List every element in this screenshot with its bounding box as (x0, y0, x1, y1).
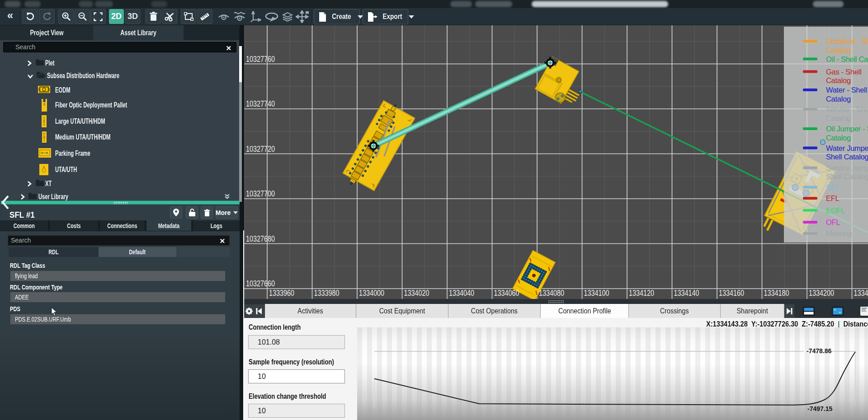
svg-text:10327680: 10327680 (246, 234, 275, 243)
svg-text:1334100: 1334100 (584, 288, 609, 298)
svg-text:EOFL: EOFL (826, 206, 845, 215)
svg-text:Catalog: Catalog (826, 114, 851, 122)
svg-text:10327740: 10327740 (246, 99, 275, 108)
svg-text:1334000: 1334000 (359, 288, 384, 298)
svg-text:1334200: 1334200 (809, 288, 834, 298)
svg-text:1334020: 1334020 (404, 288, 429, 298)
svg-text:Catalog: Catalog (826, 46, 851, 54)
svg-text:10327720: 10327720 (246, 144, 275, 154)
svg-text:1334220: 1334220 (854, 288, 868, 298)
svg-text:10327700: 10327700 (246, 189, 275, 198)
svg-text:Catalog: Catalog (826, 76, 851, 84)
svg-text:1334160: 1334160 (719, 288, 744, 298)
svg-text:Water Jumper: Water Jumper (826, 144, 868, 152)
svg-text:1334080: 1334080 (539, 288, 564, 298)
svg-text:Mooring: Mooring (826, 229, 852, 238)
svg-text:1334120: 1334120 (629, 288, 654, 298)
svg-text:1334060: 1334060 (494, 288, 519, 298)
svg-text:Oil - Shell Cata: Oil - Shell Cata (826, 55, 868, 63)
svg-text:1334040: 1334040 (449, 288, 474, 298)
svg-text:Service - Shell: Service - Shell (826, 105, 868, 113)
svg-text:Umbilical - Sh: Umbilical - Sh (826, 37, 868, 45)
svg-text:-7497.15: -7497.15 (807, 405, 832, 412)
svg-text:Shell Catalog: Shell Catalog (826, 153, 868, 161)
svg-text:Water - Shell: Water - Shell (826, 86, 867, 94)
svg-text:Catalog: Catalog (826, 134, 851, 142)
svg-text:10327660: 10327660 (246, 279, 275, 288)
svg-text:EFL: EFL (826, 194, 839, 202)
svg-text:SFL: SFL (826, 183, 839, 191)
svg-text:1334180: 1334180 (764, 288, 789, 298)
svg-text:Oil Jumper - S: Oil Jumper - S (826, 125, 868, 133)
svg-text:Catalog: Catalog (826, 95, 851, 103)
svg-text:10327760: 10327760 (246, 54, 275, 64)
svg-text:1333960: 1333960 (269, 288, 294, 298)
svg-text:1333980: 1333980 (314, 288, 340, 298)
svg-text:-7478.86: -7478.86 (807, 347, 831, 355)
svg-text:Service Jump: Service Jump (826, 164, 868, 172)
svg-text:OFL: OFL (826, 218, 840, 226)
svg-text:Gas - Shell: Gas - Shell (826, 68, 861, 76)
svg-text:1334140: 1334140 (674, 288, 699, 298)
svg-text:Shell Catalog: Shell Catalog (826, 173, 868, 181)
